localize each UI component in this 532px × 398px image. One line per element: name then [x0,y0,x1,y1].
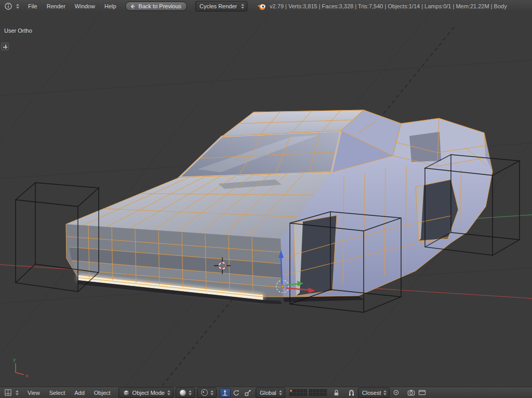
layer-cell[interactable] [304,393,307,396]
dropdown-stepper-icon [241,4,244,9]
layer-cell[interactable] [313,393,316,396]
editor-type-button-3dview[interactable] [2,389,21,396]
dropdown-stepper-icon [16,390,19,395]
layer-cell[interactable] [297,389,300,392]
layer-cell[interactable] [293,393,296,396]
manipulator-buttons [220,388,254,397]
layer-cell[interactable] [316,389,320,392]
dropdown-stepper-icon [210,390,214,395]
mode-value: Object Mode [132,390,165,396]
viewport-editor-icon [4,389,12,396]
lock-to-scene-button[interactable] [331,388,342,397]
dropdown-stepper-icon [16,4,19,9]
layer-cell[interactable] [320,389,323,392]
mini-axis-gizmo: y x [13,357,29,378]
layer-cell[interactable] [324,393,327,396]
render-engine-dropdown[interactable]: Cycles Render [195,1,247,11]
info-editor-icon [4,2,12,10]
layer-cell[interactable] [297,393,300,396]
mini-axis-x-label: x [25,373,29,378]
mini-axis-y-label: y [13,357,16,362]
magnet-icon [348,389,355,396]
lock-icon [333,389,340,396]
viewport-3d[interactable]: y x User Ortho (1) Body [0,12,532,387]
viewport-menus: View Select Add Object [23,390,115,396]
back-to-previous-button[interactable]: Back to Previous [125,2,188,11]
layer-cell[interactable] [316,393,320,396]
orientation-value: Global [260,390,276,396]
render-engine-value: Cycles Render [200,3,237,9]
layer-cell[interactable] [320,393,323,396]
mode-dropdown[interactable]: Object Mode [118,388,174,398]
layer-cell[interactable] [313,389,316,392]
menu-file[interactable]: File [23,3,42,9]
camera-icon [407,389,415,396]
layer-cell[interactable] [309,393,312,396]
layer-cell[interactable] [324,389,327,392]
viewport-header-bar: View Select Add Object Object Mode [0,387,532,398]
info-header-bar: File Render Window Help Back to Previous… [0,0,532,13]
layer-cell[interactable] [289,393,292,396]
layer-cell[interactable] [293,389,296,392]
layer-cell[interactable] [304,389,307,392]
object-origin-dot [282,285,284,288]
layer-cell[interactable] [300,393,303,396]
dropdown-stepper-icon [167,390,170,395]
pivot-point-icon [201,389,208,396]
snap-target-icon [393,389,400,396]
opengl-render-button[interactable] [406,388,417,397]
snap-toggle-button[interactable] [346,388,357,397]
menu-view[interactable]: View [23,390,45,396]
layer-cell[interactable] [289,389,292,392]
manipulator-rotate-button[interactable] [231,388,242,397]
dropdown-stepper-icon [279,390,282,395]
orientation-dropdown[interactable]: Global [256,388,285,398]
menu-object[interactable]: Object [89,390,115,396]
layers-widget[interactable] [289,389,327,396]
editor-type-button-info[interactable] [2,2,21,10]
viewport-canvas: y x [0,12,532,387]
shading-dropdown[interactable] [176,388,195,398]
viewport-shading-sphere-icon [180,390,186,396]
object-mode-cube-icon [123,389,130,396]
blender-logo-icon [257,3,267,10]
manipulator-scale-button[interactable] [243,388,254,397]
layer-cell[interactable] [300,389,303,392]
menu-render[interactable]: Render [42,3,70,9]
opengl-render-anim-button[interactable] [417,388,428,397]
film-icon [418,389,426,396]
layer-cell[interactable] [309,389,312,392]
pivot-dropdown[interactable] [197,388,217,398]
rotate-icon [233,389,240,396]
snap-mode-value: Closest [362,390,381,396]
back-button-label: Back to Previous [139,3,182,9]
toolshelf-expand-button[interactable] [1,43,9,50]
menu-select[interactable]: Select [45,390,70,396]
car-model-body[interactable] [66,110,493,304]
dropdown-stepper-icon [383,390,387,395]
view-name-label: User Ortho [4,28,32,34]
manipulator-translate-button[interactable] [220,388,231,397]
snap-mode-dropdown[interactable]: Closest [358,388,390,398]
scene-stats-text: v2.79 | Verts:3,815 | Faces:3,328 | Tris… [270,3,507,9]
snap-target-button[interactable] [391,388,402,397]
menu-window[interactable]: Window [70,3,100,9]
menu-add[interactable]: Add [70,390,89,396]
translate-icon [221,389,229,396]
dropdown-stepper-icon [189,390,192,395]
main-menus: File Render Window Help [23,3,121,9]
scale-icon [244,389,251,396]
back-arrow-icon [129,3,136,10]
menu-help[interactable]: Help [100,3,121,9]
